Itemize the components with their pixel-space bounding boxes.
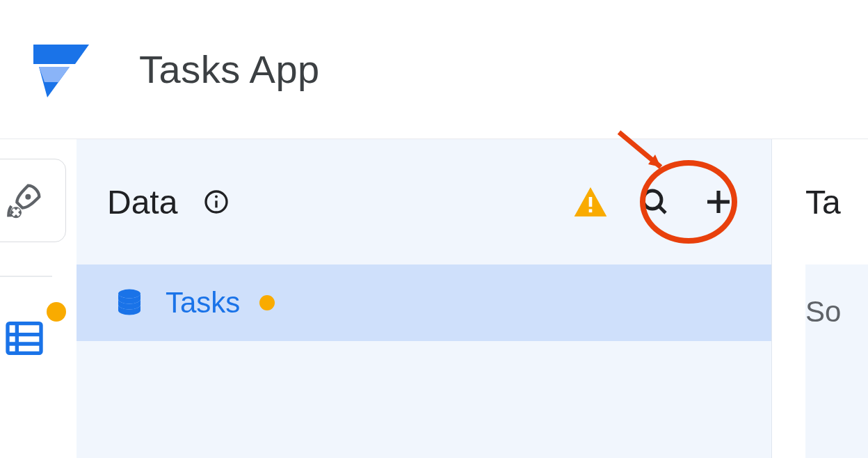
rocket-icon — [2, 178, 47, 223]
svg-line-12 — [659, 206, 666, 213]
add-table-button[interactable] — [696, 180, 741, 224]
search-button[interactable] — [632, 180, 677, 224]
data-panel-title: Data — [107, 183, 177, 221]
nav-data-warning-dot — [47, 302, 66, 322]
appsheet-logo — [22, 36, 100, 103]
svg-rect-2 — [8, 324, 41, 354]
svg-point-0 — [25, 194, 31, 200]
data-icon — [2, 316, 47, 361]
data-panel: Data — [77, 139, 772, 458]
svg-point-11 — [643, 191, 661, 209]
warning-icon[interactable] — [568, 180, 613, 224]
right-pane-body: So — [805, 264, 868, 458]
search-icon — [638, 185, 671, 219]
main-area: Data — [0, 139, 868, 458]
info-icon[interactable] — [194, 180, 239, 224]
svg-rect-9 — [589, 197, 593, 207]
top-bar: Tasks App — [0, 0, 868, 139]
data-panel-header: Data — [77, 139, 771, 264]
right-pane: Ta So — [772, 139, 868, 458]
plus-icon — [702, 185, 735, 219]
right-pane-tab-label[interactable]: Ta — [805, 139, 868, 264]
nav-deploy-button[interactable] — [0, 159, 66, 242]
svg-point-8 — [215, 196, 218, 198]
table-row[interactable]: Tasks — [77, 264, 771, 341]
nav-data-button[interactable] — [0, 310, 52, 366]
database-icon — [113, 286, 146, 319]
app-title: Tasks App — [139, 47, 320, 92]
svg-rect-10 — [589, 210, 593, 213]
tables-list: Tasks — [77, 264, 771, 341]
svg-point-15 — [118, 290, 140, 299]
right-pane-body-text: So — [805, 295, 841, 328]
nav-divider — [0, 276, 52, 277]
left-nav-rail — [0, 139, 77, 458]
table-name: Tasks — [166, 286, 240, 319]
table-warning-dot — [259, 295, 275, 310]
